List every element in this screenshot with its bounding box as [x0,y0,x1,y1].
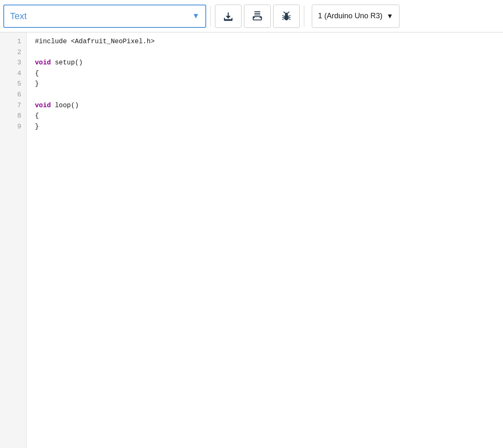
svg-line-22 [289,19,291,20]
line-num-7: 7 [17,101,21,111]
board-chevron-icon: ▼ [387,12,393,20]
code-line-8: { [35,111,495,122]
svg-point-15 [284,11,284,12]
upload-button[interactable] [244,5,271,28]
code-editor[interactable]: #include <Adafruit_NeoPixel.h> void setu… [27,32,503,448]
text-dropdown[interactable]: Text ▼ [3,5,206,28]
chevron-down-icon: ▼ [192,12,200,20]
code-line-3: void setup() [35,58,495,69]
code-line-1: #include <Adafruit_NeoPixel.h> [35,37,495,47]
line-num-1: 1 [17,37,21,47]
svg-line-20 [289,15,291,16]
line-num-9: 9 [17,122,21,133]
svg-line-17 [282,15,284,16]
code-line-9: } [35,122,495,133]
code-line-2 [35,47,495,58]
board-dropdown-label: 1 (Arduino Uno R3) [318,12,382,20]
code-line-7: void loop() [35,101,495,111]
svg-line-19 [282,19,284,20]
svg-point-16 [288,11,289,12]
bug-icon [281,10,292,22]
line-num-4: 4 [17,69,21,79]
code-line-5: } [35,79,495,90]
line-num-8: 8 [17,111,21,122]
line-num-5: 5 [17,79,21,90]
separator-2 [304,6,304,27]
code-line-4: { [35,69,495,79]
separator [210,6,211,27]
line-num-2: 2 [17,47,21,58]
line-numbers: 1 2 3 4 5 6 7 8 9 [0,32,27,448]
code-line-6 [35,90,495,101]
download-button[interactable] [215,5,242,28]
editor-area: 1 2 3 4 5 6 7 8 9 #include <Adafruit_Neo… [0,32,503,448]
download-icon [222,10,234,22]
svg-marker-2 [226,16,231,19]
inbox-icon [252,10,263,22]
debug-button[interactable] [273,5,300,28]
line-num-3: 3 [17,58,21,69]
text-dropdown-label: Text [10,11,27,22]
board-dropdown[interactable]: 1 (Arduino Uno R3) ▼ [312,5,399,28]
line-num-6: 6 [17,90,21,101]
toolbar: Text ▼ [0,0,503,32]
